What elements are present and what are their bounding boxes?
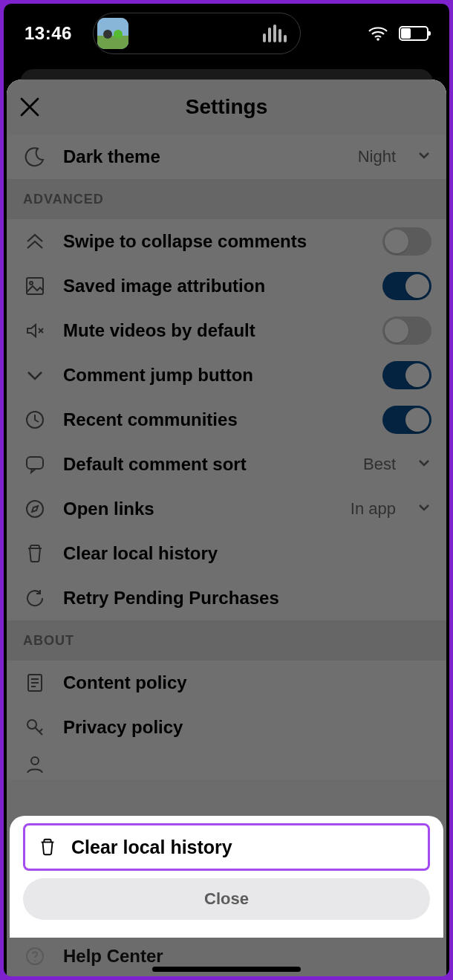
svg-rect-1 <box>97 36 128 49</box>
settings-modal: Settings Dark theme Night ADVANCED Swipe… <box>7 79 446 976</box>
sheet-close-label: Close <box>204 889 249 909</box>
svg-point-21 <box>34 960 36 961</box>
row-label: Help Center <box>63 946 431 967</box>
svg-point-3 <box>114 30 123 39</box>
status-time: 13:46 <box>25 23 72 44</box>
svg-point-4 <box>377 38 379 41</box>
dynamic-island <box>93 13 301 54</box>
sheet-option-label: Clear local history <box>71 837 232 858</box>
svg-point-2 <box>103 30 112 39</box>
device-frame: 13:46 Settings Dark <box>4 4 449 976</box>
sheet-clear-local-history[interactable]: Clear local history <box>23 823 430 871</box>
audio-bars-icon <box>263 25 287 42</box>
sheet-close-button[interactable]: Close <box>23 878 430 920</box>
status-bar: 13:46 <box>4 4 449 63</box>
trash-icon <box>37 837 58 857</box>
action-sheet: Clear local history Close <box>10 816 443 938</box>
home-indicator[interactable] <box>152 967 301 972</box>
wifi-icon <box>368 25 388 42</box>
app-icon <box>97 18 128 49</box>
help-icon <box>22 946 48 967</box>
battery-icon <box>399 26 428 41</box>
